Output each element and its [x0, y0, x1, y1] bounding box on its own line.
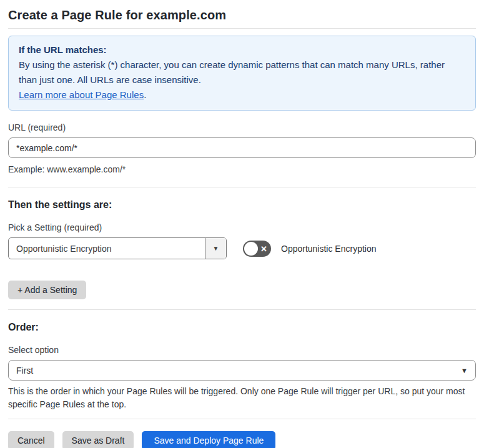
- title-divider: [8, 28, 476, 29]
- chevron-down-icon: ▼: [461, 367, 468, 374]
- cancel-button[interactable]: Cancel: [8, 431, 54, 448]
- pick-setting-label: Pick a Setting (required): [8, 222, 476, 232]
- info-box-link-line: Learn more about Page Rules.: [19, 87, 465, 102]
- actions-divider: [8, 419, 476, 419]
- order-helper-text: This is the order in which your Page Rul…: [8, 385, 477, 411]
- info-box-heading: If the URL matches:: [19, 42, 465, 57]
- info-box-body: By using the asterisk (*) character, you…: [19, 57, 465, 87]
- url-label: URL (required): [8, 122, 476, 132]
- order-heading: Order:: [8, 322, 476, 333]
- url-matches-info-box: If the URL matches: By using the asteris…: [8, 36, 476, 111]
- page-title: Create a Page Rule for example.com: [8, 8, 476, 22]
- save-as-draft-button[interactable]: Save as Draft: [62, 431, 134, 448]
- order-select[interactable]: First ▼: [8, 360, 476, 381]
- settings-divider: [8, 187, 476, 187]
- save-and-deploy-button[interactable]: Save and Deploy Page Rule: [142, 431, 275, 448]
- select-option-label: Select option: [8, 345, 476, 355]
- learn-more-link[interactable]: Learn more about Page Rules: [19, 89, 144, 100]
- settings-heading: Then the settings are:: [8, 199, 476, 211]
- link-suffix: .: [144, 89, 146, 100]
- toggle-knob: [244, 242, 258, 256]
- setting-dropdown[interactable]: Opportunistic Encryption ▼: [8, 237, 227, 259]
- order-divider: [8, 309, 476, 310]
- toggle-off-x-icon: ✕: [260, 244, 267, 252]
- url-input[interactable]: [8, 137, 476, 158]
- setting-toggle-group: ✕ Opportunistic Encryption: [243, 241, 377, 257]
- action-buttons: Cancel Save as Draft Save and Deploy Pag…: [8, 431, 476, 448]
- url-example-helper: Example: www.example.com/*: [8, 163, 476, 176]
- toggle-label: Opportunistic Encryption: [281, 244, 377, 254]
- create-page-rule-form: Create a Page Rule for example.com If th…: [0, 8, 484, 448]
- chevron-down-icon[interactable]: ▼: [205, 238, 226, 259]
- opportunistic-encryption-toggle[interactable]: ✕: [243, 241, 271, 257]
- add-setting-button[interactable]: + Add a Setting: [8, 281, 86, 299]
- setting-row: Opportunistic Encryption ▼ ✕ Opportunist…: [8, 237, 476, 259]
- order-select-value: First: [16, 366, 33, 376]
- setting-dropdown-value: Opportunistic Encryption: [9, 238, 205, 259]
